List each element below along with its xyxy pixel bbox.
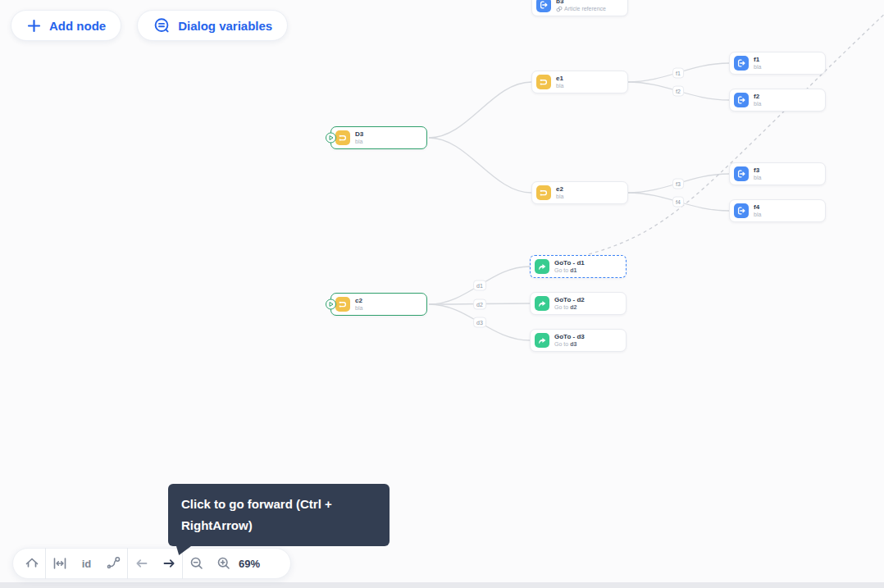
toggle-ids-button[interactable]: id — [73, 548, 100, 579]
node-title: b3 — [556, 0, 606, 6]
flow-node-f1[interactable]: f1 bla — [729, 52, 826, 75]
bottom-toolbar: id — [12, 548, 291, 579]
exit-icon — [734, 93, 749, 107]
node-text: GoTo - d2 Go to d2 — [554, 296, 585, 312]
node-subtitle-target: d1 — [570, 267, 576, 275]
home-button[interactable] — [18, 548, 45, 579]
undo-back-button[interactable] — [128, 548, 155, 579]
flow-node-goto-d2[interactable]: GoTo - d2 Go to d2 — [530, 292, 627, 315]
node-subtitle: bla — [355, 139, 363, 146]
exit-icon — [734, 56, 749, 71]
node-text: e1 bla — [556, 75, 563, 90]
flow-canvas[interactable]: Add node Dialog variables Click to go fo — [0, 0, 884, 588]
edge-d3-e2 — [429, 138, 531, 193]
dialog-variables-label: Dialog variables — [178, 19, 272, 33]
edge-label-d2: d2 — [473, 299, 486, 310]
node-title: f4 — [754, 203, 761, 212]
zoom-out-button[interactable] — [183, 548, 210, 579]
edge-label-f3: f3 — [672, 179, 684, 189]
node-subtitle-text: bla — [355, 305, 362, 312]
node-text: GoTo - d1 Go to d1 — [554, 259, 585, 275]
node-text: f4 bla — [754, 203, 761, 219]
edge-label-d3: d3 — [473, 317, 486, 328]
route-icon — [536, 75, 551, 89]
node-title: c2 — [355, 297, 362, 305]
redo-forward-button[interactable] — [155, 548, 182, 579]
id-label: id — [82, 558, 92, 570]
flow-node-b3[interactable]: b3 Article reference — [531, 0, 628, 16]
node-subtitle-text: bla — [754, 101, 761, 108]
arrow-right-icon — [161, 555, 177, 572]
fit-width-icon — [52, 555, 68, 572]
node-text: e2 bla — [556, 185, 563, 201]
route-icon — [536, 185, 551, 200]
node-subtitle: Go to d1 — [554, 267, 585, 275]
zoom-out-icon — [189, 555, 205, 572]
node-subtitle-text: bla — [754, 64, 761, 71]
node-title: f2 — [754, 93, 761, 101]
node-subtitle-text: bla — [754, 212, 761, 219]
top-toolbar: Add node Dialog variables — [11, 10, 288, 41]
goto-icon — [535, 296, 549, 311]
flow-node-goto-d3[interactable]: GoTo - d3 Go to d3 — [530, 329, 627, 352]
node-subtitle-text: Go to — [554, 267, 568, 275]
flow-node-f4[interactable]: f4 bla — [729, 199, 826, 222]
node-subtitle: Go to d3 — [554, 341, 585, 349]
route-view-button[interactable] — [100, 548, 127, 579]
flow-node-f3[interactable]: f3 bla — [729, 162, 826, 185]
node-subtitle: bla — [556, 194, 563, 201]
node-text: c2 bla — [355, 297, 362, 312]
home-icon — [24, 555, 40, 572]
node-title: GoTo - d1 — [554, 259, 585, 267]
node-subtitle: bla — [754, 64, 761, 71]
node-text: f2 bla — [754, 93, 761, 108]
play-button[interactable] — [326, 133, 336, 144]
node-subtitle: bla — [754, 212, 761, 219]
node-title: GoTo - d3 — [554, 333, 585, 341]
forward-tooltip: Click to go forward (Ctrl + RightArrow) — [168, 484, 390, 546]
node-subtitle-text: Article reference — [564, 6, 606, 13]
flow-node-f2[interactable]: f2 bla — [729, 89, 826, 112]
fit-view-button[interactable] — [46, 548, 73, 579]
play-button[interactable] — [326, 299, 336, 310]
goto-icon — [535, 333, 549, 348]
edge-label-d1: d1 — [473, 280, 486, 291]
arrow-left-icon — [134, 555, 150, 572]
route-icon — [335, 297, 350, 312]
tooltip-text: Click to go forward (Ctrl + RightArrow) — [181, 497, 332, 532]
goto-icon — [535, 259, 549, 274]
dialog-variables-button[interactable]: Dialog variables — [137, 10, 288, 41]
bottom-edge-strip — [0, 582, 884, 588]
node-subtitle-target: d3 — [570, 341, 576, 349]
edge-d3-e1 — [429, 82, 531, 138]
route-icon — [335, 130, 350, 145]
node-subtitle: bla — [355, 305, 362, 312]
add-node-button[interactable]: Add node — [11, 10, 121, 41]
edge-label-f4: f4 — [672, 197, 684, 207]
zoom-in-button[interactable] — [210, 548, 237, 579]
link-icon — [556, 6, 563, 12]
flow-node-D3[interactable]: D3 bla — [330, 126, 427, 149]
node-text: GoTo - d3 Go to d3 — [554, 333, 585, 349]
zoom-in-icon — [216, 555, 232, 572]
node-subtitle: bla — [754, 175, 761, 182]
exit-icon — [734, 203, 749, 218]
exit-icon — [734, 166, 749, 181]
route-icon — [105, 555, 122, 572]
flow-node-c2[interactable]: c2 bla — [330, 293, 427, 316]
node-title: f1 — [754, 56, 761, 64]
node-text: b3 Article reference — [556, 0, 606, 12]
node-title: e2 — [556, 185, 563, 194]
node-subtitle: Article reference — [556, 6, 606, 13]
node-subtitle-target: d2 — [570, 304, 576, 312]
edge-label-f2: f2 — [672, 86, 684, 97]
node-title: f3 — [754, 166, 761, 175]
flow-node-goto-d1[interactable]: GoTo - d1 Go to d1 — [530, 255, 627, 278]
node-subtitle: bla — [754, 101, 761, 108]
flow-node-e1[interactable]: e1 bla — [531, 71, 628, 93]
node-title: e1 — [556, 75, 563, 83]
flow-node-e2[interactable]: e2 bla — [531, 181, 628, 204]
add-node-label: Add node — [49, 19, 106, 33]
node-subtitle: bla — [556, 83, 563, 90]
node-subtitle-text: bla — [754, 175, 761, 182]
